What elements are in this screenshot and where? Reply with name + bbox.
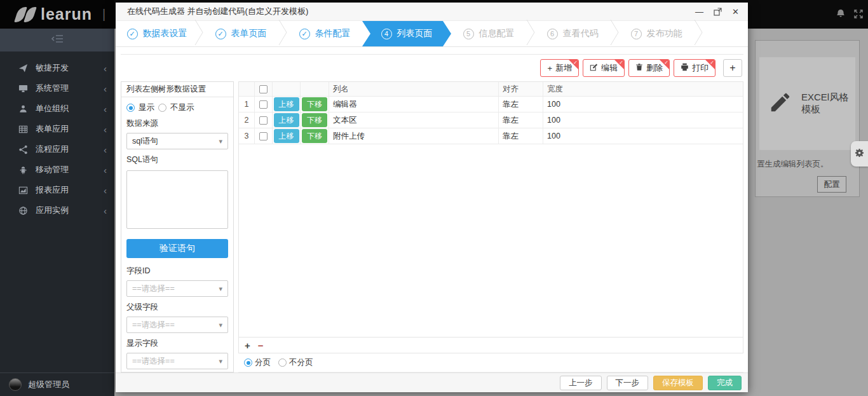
table-header-row: 列名 对齐 宽度 <box>239 82 743 97</box>
move-up-button[interactable]: 上移 <box>274 113 299 127</box>
plus-icon: + <box>547 64 552 73</box>
edit-button[interactable]: 编辑 ✓ <box>583 59 625 77</box>
chart-icon <box>18 185 28 195</box>
step-separator <box>526 20 535 48</box>
add-button[interactable]: + 新增 ✓ <box>540 59 579 77</box>
pencil-icon <box>768 89 792 118</box>
excel-template-card[interactable]: EXCEl风格模板 <box>759 57 855 150</box>
field-id-label: 字段ID <box>126 266 228 277</box>
radio-hide[interactable] <box>158 104 166 112</box>
dialog-content: + 新增 ✓ 编辑 ✓ 删除 ✓ 打印 ✓ <box>121 54 743 372</box>
printer-icon <box>681 63 689 73</box>
logo: learun | <box>0 0 114 29</box>
move-down-button[interactable]: 下移 <box>302 97 327 111</box>
cell-name[interactable]: 附件上传 <box>329 128 499 144</box>
close-icon[interactable]: ✕ <box>732 8 739 16</box>
sidebar-item-org[interactable]: 单位组织 ‹ <box>0 99 114 119</box>
cell-name[interactable]: 编辑器 <box>329 97 499 112</box>
add-row-icon[interactable]: + <box>245 340 250 351</box>
finish-button[interactable]: 完成 <box>708 376 742 390</box>
template-panel: EXCEl风格模板 置生成编辑列表页。 配置 <box>755 40 860 197</box>
row-checkbox[interactable] <box>259 116 268 125</box>
sidebar-menu: 敏捷开发 ‹ 系统管理 ‹ 单位组织 ‹ 表单应用 ‹ 流程应用 ‹ 移动管理 … <box>0 51 114 221</box>
cell-width[interactable]: 100 <box>543 113 743 128</box>
field-id-select[interactable]: ==请选择== ▾ <box>126 280 228 297</box>
main-area: 列表左侧树形数据设置 显示 不显示 数据来源 sql语句 ▾ SQL语句 <box>121 81 743 372</box>
cell-width[interactable]: 100 <box>543 128 743 144</box>
sidebar-item-app-instances[interactable]: 应用实例 ‹ <box>0 200 114 221</box>
monitor-icon <box>18 83 28 93</box>
add-column-button[interactable]: + <box>723 59 742 77</box>
sidebar-item-process-app[interactable]: 流程应用 ‹ <box>0 139 114 160</box>
sidebar-item-report-app[interactable]: 报表应用 ‹ <box>0 180 114 200</box>
data-source-select[interactable]: sql语句 ▾ <box>126 133 228 149</box>
step-form-page[interactable]: ✓ 表单页面 <box>203 21 278 46</box>
radio-not-paged[interactable] <box>278 358 287 367</box>
table-row: 1 上移 下移 编辑器 靠左 100 <box>239 97 743 113</box>
display-field-label: 显示字段 <box>126 338 228 349</box>
wizard-steps: ✓ 数据表设置 ✓ 表单页面 ✓ 条件配置 4 列表页面 5 信息配置 6 查看… <box>116 21 748 47</box>
step-number-icon: 7 <box>631 29 642 39</box>
android-icon <box>18 165 28 175</box>
logo-divider: | <box>102 7 105 22</box>
cell-align[interactable]: 靠左 <box>499 113 543 128</box>
move-down-button[interactable]: 下移 <box>302 129 327 143</box>
check-circle-icon: ✓ <box>215 29 226 39</box>
code-generator-dialog: 在线代码生成器 并自动创建代码(自定义开发模板) — ✕ ✓ 数据表设置 ✓ 表… <box>116 3 748 392</box>
sidebar-item-agile-dev[interactable]: 敏捷开发 ‹ <box>0 58 114 78</box>
row-checkbox[interactable] <box>259 100 268 109</box>
sidebar-item-mobile-mgmt[interactable]: 移动管理 ‹ <box>0 160 114 180</box>
dialog-titlebar: 在线代码生成器 并自动创建代码(自定义开发模板) — ✕ <box>116 3 748 21</box>
move-up-button[interactable]: 上移 <box>274 97 299 111</box>
parent-field-select[interactable]: ==请选择== ▾ <box>126 317 228 333</box>
print-button[interactable]: 打印 ✓ <box>674 59 715 77</box>
sql-textarea[interactable] <box>126 170 228 229</box>
step-publish[interactable]: 7 发布功能 <box>619 21 694 46</box>
select-all-checkbox[interactable] <box>259 85 268 93</box>
prev-step-button[interactable]: 上一步 <box>560 376 602 390</box>
step-number-icon: 5 <box>463 29 474 39</box>
next-step-button[interactable]: 下一步 <box>607 376 649 390</box>
user-row[interactable]: 超级管理员 <box>0 372 114 396</box>
columns-area: 列名 对齐 宽度 1 上移 下移 编辑器 靠左 100 2 <box>238 81 743 372</box>
display-field-select[interactable]: ==请选择== ▾ <box>126 353 228 369</box>
config-button[interactable]: 配置 <box>817 176 846 193</box>
move-up-button[interactable]: 上移 <box>274 129 299 143</box>
verify-sql-button[interactable]: 验证语句 <box>126 239 228 258</box>
grid-toolbar: + 新增 ✓ 编辑 ✓ 删除 ✓ 打印 ✓ <box>121 55 743 81</box>
row-number: 3 <box>239 128 255 144</box>
cell-width[interactable]: 100 <box>543 97 743 112</box>
delete-button[interactable]: 删除 ✓ <box>628 59 670 77</box>
notification-bell-icon[interactable] <box>836 9 845 21</box>
sidebar-item-system-mgmt[interactable]: 系统管理 ‹ <box>0 78 114 99</box>
move-down-button[interactable]: 下移 <box>302 113 327 127</box>
person-icon <box>18 104 28 114</box>
sidebar-item-form-app[interactable]: 表单应用 ‹ <box>0 119 114 139</box>
maximize-icon[interactable] <box>714 8 722 16</box>
chevron-left-icon: ‹ <box>104 104 107 114</box>
trash-icon <box>635 63 643 73</box>
cell-align[interactable]: 靠左 <box>499 128 543 144</box>
radio-show[interactable] <box>126 104 135 112</box>
radio-paged[interactable] <box>244 358 252 367</box>
save-template-button[interactable]: 保存模板 <box>653 376 703 390</box>
step-table-settings[interactable]: ✓ 数据表设置 <box>119 21 194 46</box>
remove-row-icon[interactable]: − <box>258 340 264 351</box>
step-list-page[interactable]: 4 列表页面 <box>362 21 451 46</box>
settings-tab[interactable] <box>851 141 868 167</box>
row-checkbox[interactable] <box>259 132 268 140</box>
step-condition-config[interactable]: ✓ 条件配置 <box>287 21 362 46</box>
step-view-code[interactable]: 6 查看代码 <box>535 21 610 46</box>
globe-icon <box>18 205 28 215</box>
user-name: 超级管理员 <box>28 379 69 390</box>
step-info-config[interactable]: 5 信息配置 <box>451 21 526 46</box>
gear-icon <box>855 148 864 160</box>
sidebar-collapse-bar[interactable] <box>0 29 114 51</box>
minimize-icon[interactable]: — <box>695 8 703 16</box>
check-circle-icon: ✓ <box>127 29 138 39</box>
step-separator <box>194 20 203 48</box>
cell-name[interactable]: 文本区 <box>329 113 499 128</box>
tree-data-panel: 列表左侧树形数据设置 显示 不显示 数据来源 sql语句 ▾ SQL语句 <box>121 81 234 372</box>
fullscreen-icon[interactable] <box>854 10 863 21</box>
cell-align[interactable]: 靠左 <box>499 97 543 112</box>
